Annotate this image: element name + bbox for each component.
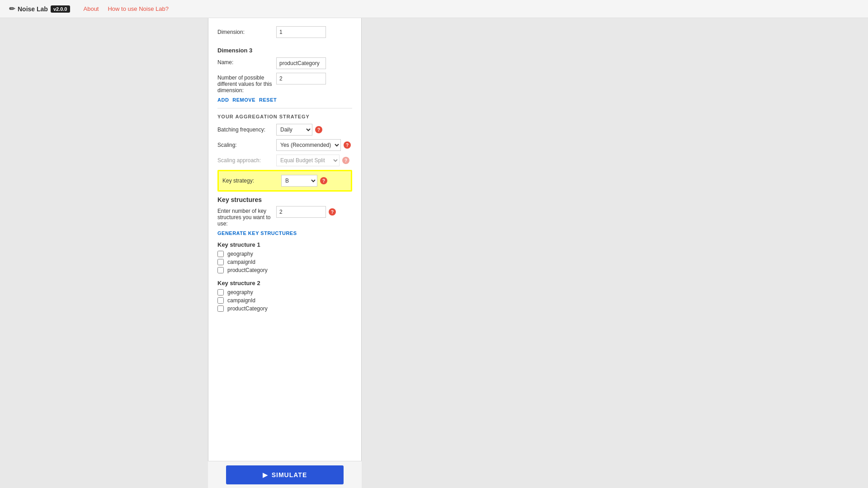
num-structures-input[interactable] <box>276 206 326 218</box>
scaling-approach-help-icon[interactable]: ? <box>342 157 349 164</box>
key-strategy-container: Key strategy: B A C ? 3. <box>217 170 352 192</box>
ks2-item-campaignid: campaignId <box>217 297 352 304</box>
aggregation-title: YOUR AGGREGATION STRATEGY <box>217 114 352 119</box>
key-strategy-row: Key strategy: B A C ? <box>222 175 347 187</box>
key-structure-2-label: Key structure 2 <box>217 280 352 286</box>
ks1-label-productcategory: productCategory <box>227 267 268 273</box>
version-badge: v2.0.0 <box>51 5 70 13</box>
key-structures-title: Key structures <box>217 196 352 203</box>
scaling-approach-row: Scaling approach: Equal Budget Split ? <box>217 155 352 166</box>
scaling-approach-select[interactable]: Equal Budget Split <box>276 155 340 166</box>
ks2-label-campaignid: campaignId <box>227 297 255 304</box>
ks1-checkbox-productcategory[interactable] <box>217 267 224 273</box>
num-values-input-wrapper <box>276 73 352 84</box>
scaling-select[interactable]: Yes (Recommended) <box>276 139 341 151</box>
divider-1 <box>217 108 352 108</box>
num-structures-label: Enter number of key structures you want … <box>217 206 276 227</box>
batching-row: Batching frequency: Daily ? <box>217 124 352 136</box>
partial-field-row: Dimension: <box>217 26 352 38</box>
scaling-approach-field: Equal Budget Split ? <box>276 155 349 166</box>
num-values-input[interactable] <box>276 73 326 84</box>
ks2-checkbox-geography[interactable] <box>217 289 224 296</box>
scaling-row: Scaling: Yes (Recommended) ? <box>217 139 352 151</box>
ks1-checkbox-campaignid[interactable] <box>217 259 224 265</box>
name-label: Name: <box>217 57 276 66</box>
scaling-label: Scaling: <box>217 142 276 148</box>
main-panel: Dimension: Dimension 3 Name: Number of p… <box>208 18 362 488</box>
ks2-checkbox-productcategory[interactable] <box>217 305 224 312</box>
top-partial: Dimension: <box>217 23 352 43</box>
key-strategy-label: Key strategy: <box>222 178 281 184</box>
brand-name: Noise Lab <box>18 5 48 13</box>
scaling-help-icon[interactable]: ? <box>344 141 351 149</box>
num-values-field-row: Number of possible different values for … <box>217 73 352 94</box>
scaling-field: Yes (Recommended) ? <box>276 139 351 151</box>
about-link[interactable]: About <box>84 5 99 12</box>
scaling-approach-label: Scaling approach: <box>217 157 276 164</box>
key-structure-1-label: Key structure 1 <box>217 241 352 248</box>
ks1-item-geography: geography <box>217 251 352 257</box>
play-icon: ▶ <box>263 471 268 479</box>
key-strategy-field: B A C ? <box>281 175 327 187</box>
simulate-label: SIMULATE <box>272 471 307 479</box>
name-input-wrapper <box>276 57 352 69</box>
partial-label: Dimension: <box>217 29 276 35</box>
batching-label: Batching frequency: <box>217 127 276 133</box>
ks2-checkbox-campaignid[interactable] <box>217 297 224 304</box>
navbar-links: About How to use Noise Lab? <box>84 5 169 12</box>
simulate-button[interactable]: ▶ SIMULATE <box>226 465 344 484</box>
ks1-label-geography: geography <box>227 251 253 257</box>
add-link[interactable]: ADD <box>217 97 229 103</box>
ks1-label-campaignid: campaignId <box>227 259 255 265</box>
key-structure-2: Key structure 2 geography campaignId pro… <box>217 280 352 312</box>
ks2-label-productcategory: productCategory <box>227 305 268 312</box>
batching-field: Daily ? <box>276 124 322 136</box>
num-values-label: Number of possible different values for … <box>217 73 276 94</box>
ks2-item-productcategory: productCategory <box>217 305 352 312</box>
name-field-row: Name: <box>217 57 352 69</box>
key-structures-section: Key structures Enter number of key struc… <box>217 196 352 312</box>
scroll-panel[interactable]: Dimension: Dimension 3 Name: Number of p… <box>208 18 361 488</box>
dimension-actions: ADD REMOVE RESET <box>217 97 352 103</box>
key-strategy-select[interactable]: B A C <box>281 175 317 187</box>
dimension-input-partial[interactable] <box>276 26 326 38</box>
ks2-label-geography: geography <box>227 289 253 296</box>
left-area <box>0 18 208 488</box>
batching-select[interactable]: Daily <box>276 124 312 136</box>
key-strategy-highlight: Key strategy: B A C ? <box>217 170 352 192</box>
reset-link[interactable]: RESET <box>259 97 277 103</box>
remove-link[interactable]: REMOVE <box>232 97 255 103</box>
key-structure-1: Key structure 1 geography campaignId pro… <box>217 241 352 273</box>
dimension3-title: Dimension 3 <box>217 47 352 54</box>
key-strategy-help-icon[interactable]: ? <box>320 177 327 184</box>
batching-help-icon[interactable]: ? <box>315 126 322 133</box>
ks2-item-geography: geography <box>217 289 352 296</box>
num-structures-help-icon[interactable]: ? <box>329 208 336 216</box>
simulate-bar: ▶ SIMULATE <box>208 461 362 488</box>
name-input[interactable] <box>276 57 326 69</box>
right-area <box>362 18 868 488</box>
how-to-link[interactable]: How to use Noise Lab? <box>108 5 168 12</box>
ks1-item-campaignid: campaignId <box>217 259 352 265</box>
num-structures-row: Enter number of key structures you want … <box>217 206 352 227</box>
ks1-checkbox-geography[interactable] <box>217 251 224 257</box>
dimension3-section: Dimension 3 Name: Number of possible dif… <box>217 47 352 103</box>
ks1-item-productcategory: productCategory <box>217 267 352 273</box>
generate-link[interactable]: GENERATE KEY STRUCTURES <box>217 230 352 236</box>
num-structures-input-row: ? <box>276 206 336 218</box>
pencil-icon: ✏ <box>9 5 15 13</box>
aggregation-section: YOUR AGGREGATION STRATEGY Batching frequ… <box>217 114 352 192</box>
brand: ✏ Noise Lab v2.0.0 <box>9 5 70 13</box>
navbar: ✏ Noise Lab v2.0.0 About How to use Nois… <box>0 0 868 18</box>
